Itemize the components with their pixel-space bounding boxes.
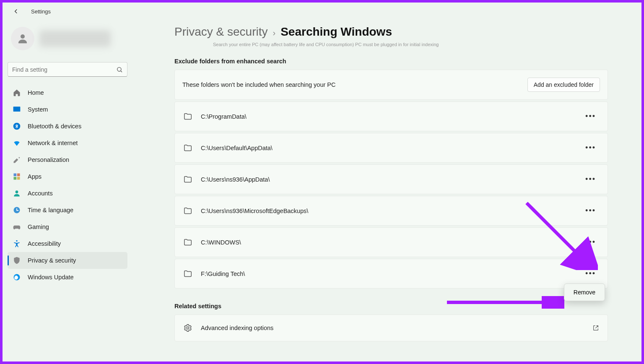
sidebar-item-accounts[interactable]: Accounts	[8, 185, 127, 202]
exclude-card-list: These folders won't be included when sea…	[174, 70, 608, 289]
folder-path: F:\Guiding Tech\	[201, 270, 245, 277]
breadcrumb-parent[interactable]: Privacy & security	[174, 25, 268, 39]
remove-menu-item[interactable]: Remove	[566, 286, 603, 299]
svg-point-10	[16, 240, 17, 242]
sidebar-item-bluetooth[interactable]: Bluetooth & devices	[8, 118, 127, 135]
sidebar-item-label: Accessibility	[28, 240, 61, 247]
svg-point-12	[187, 327, 189, 329]
folder-path: C:\WINDOWS\	[201, 239, 241, 246]
sidebar-item-label: Gaming	[28, 224, 49, 230]
svg-rect-5	[17, 174, 20, 177]
sidebar-item-network[interactable]: Network & internet	[8, 135, 127, 151]
system-icon	[13, 105, 21, 114]
sidebar-item-update[interactable]: Windows Update	[8, 269, 127, 286]
folder-path: C:\Users\Default\AppData\	[201, 145, 273, 151]
nav-list: Home System Bluetooth & devices Network …	[8, 84, 127, 286]
search-input-container[interactable]	[8, 62, 127, 77]
context-menu: Remove	[564, 283, 605, 301]
username-redacted	[39, 30, 111, 47]
svg-rect-7	[17, 177, 20, 180]
shield-icon	[13, 256, 21, 265]
folder-row[interactable]: F:\Guiding Tech\ ••• Remove	[174, 259, 608, 289]
sidebar-item-label: System	[28, 106, 48, 113]
folder-icon	[183, 175, 192, 184]
sidebar-item-label: Accounts	[28, 190, 53, 197]
profile-section[interactable]	[8, 22, 127, 62]
sidebar-item-label: Personalization	[28, 156, 69, 163]
main-content: Privacy & security › Searching Windows S…	[132, 20, 641, 361]
wifi-icon	[13, 139, 21, 147]
folder-row[interactable]: C:\WINDOWS\ •••	[174, 227, 608, 257]
sidebar-item-home[interactable]: Home	[8, 84, 127, 101]
svg-rect-2	[13, 107, 21, 112]
svg-point-1	[117, 67, 121, 71]
folder-icon	[183, 238, 192, 247]
folder-path: C:\Users\ns936\MicrosoftEdgeBackups\	[201, 208, 308, 214]
breadcrumb-current: Searching Windows	[280, 25, 392, 39]
advanced-indexing-label: Advanced indexing options	[201, 325, 273, 331]
truncated-option-text: Search your entire PC (may affect batter…	[213, 42, 608, 47]
title-bar: Settings	[3, 3, 641, 20]
sidebar-item-label: Apps	[28, 173, 42, 180]
folder-icon	[183, 206, 192, 216]
folder-row[interactable]: C:\ProgramData\ •••	[174, 101, 608, 131]
gear-icon	[183, 323, 192, 333]
arrow-left-icon	[12, 8, 20, 15]
more-options-button[interactable]: •••	[582, 110, 599, 122]
update-icon	[13, 273, 21, 281]
folder-path: C:\ProgramData\	[201, 113, 247, 120]
accounts-icon	[13, 189, 21, 198]
more-options-button[interactable]: •••	[582, 268, 599, 280]
avatar	[11, 27, 34, 50]
more-options-button[interactable]: •••	[582, 236, 599, 248]
more-options-button[interactable]: •••	[582, 142, 599, 154]
sidebar-item-accessibility[interactable]: Accessibility	[8, 235, 127, 252]
folder-row[interactable]: C:\Users\ns936\AppData\ •••	[174, 164, 608, 194]
home-icon	[13, 88, 21, 97]
clock-icon	[13, 206, 21, 214]
sidebar-item-label: Time & language	[28, 207, 73, 213]
svg-rect-4	[14, 174, 17, 177]
sidebar-item-label: Privacy & security	[28, 257, 76, 264]
search-icon	[116, 66, 123, 73]
folder-row[interactable]: C:\Users\ns936\MicrosoftEdgeBackups\ •••	[174, 196, 608, 226]
breadcrumb: Privacy & security › Searching Windows	[174, 25, 608, 39]
accessibility-icon	[13, 239, 21, 248]
folder-icon	[183, 269, 192, 278]
back-button[interactable]	[11, 6, 21, 16]
person-icon	[16, 32, 29, 45]
sidebar-item-label: Network & internet	[28, 140, 78, 146]
search-input[interactable]	[12, 66, 116, 73]
folder-row[interactable]: C:\Users\Default\AppData\ •••	[174, 133, 608, 163]
folder-icon	[183, 112, 192, 121]
bluetooth-icon	[13, 122, 21, 130]
svg-point-0	[21, 34, 25, 39]
exclude-description: These folders won't be included when sea…	[182, 81, 335, 88]
sidebar-item-privacy[interactable]: Privacy & security	[8, 252, 127, 269]
folder-path: C:\Users\ns936\AppData\	[201, 176, 270, 183]
chevron-right-icon: ›	[273, 28, 276, 38]
svg-point-8	[16, 190, 18, 193]
sidebar: Home System Bluetooth & devices Network …	[3, 20, 132, 361]
sidebar-item-system[interactable]: System	[8, 101, 127, 118]
exclude-header-card: These folders won't be included when sea…	[174, 70, 608, 100]
more-options-button[interactable]: •••	[582, 205, 599, 217]
window-title: Settings	[31, 8, 51, 15]
external-link-icon	[592, 325, 599, 331]
sidebar-item-gaming[interactable]: Gaming	[8, 218, 127, 235]
sidebar-item-label: Windows Update	[28, 274, 74, 281]
sidebar-item-personalization[interactable]: Personalization	[8, 151, 127, 168]
sidebar-item-label: Bluetooth & devices	[28, 123, 81, 130]
paint-icon	[13, 156, 21, 164]
sidebar-item-label: Home	[28, 89, 44, 96]
sidebar-item-apps[interactable]: Apps	[8, 168, 127, 185]
gaming-icon	[13, 223, 21, 231]
exclude-section-title: Exclude folders from enhanced search	[174, 58, 608, 65]
svg-rect-6	[14, 177, 17, 180]
sidebar-item-time[interactable]: Time & language	[8, 202, 127, 218]
more-options-button[interactable]: •••	[582, 173, 599, 185]
folder-icon	[183, 143, 192, 153]
advanced-indexing-row[interactable]: Advanced indexing options	[174, 315, 608, 341]
related-section-title: Related settings	[174, 303, 608, 309]
add-excluded-folder-button[interactable]: Add an excluded folder	[527, 78, 600, 92]
